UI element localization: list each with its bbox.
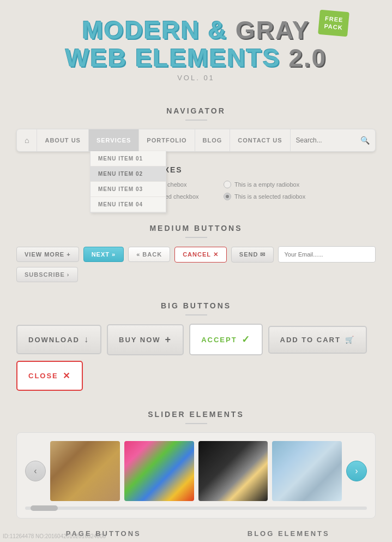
dropdown-item-3[interactable]: MENU ITEM 03 xyxy=(91,182,166,197)
view-more-button[interactable]: VIEW MORE + xyxy=(16,247,79,262)
nav-portfolio[interactable]: PORTFOLIO xyxy=(139,129,195,151)
email-input[interactable] xyxy=(278,246,376,263)
slider-thumb[interactable] xyxy=(31,505,58,511)
dropdown-item-4[interactable]: MENU ITEM 04 xyxy=(91,197,166,212)
send-button[interactable]: SEND ✉ xyxy=(231,247,274,263)
big-buttons-header: BIG BUTTONS xyxy=(16,301,376,310)
slider-prev-button[interactable]: ‹ xyxy=(25,461,46,481)
medium-buttons-header: MEDIUM BUTTONS xyxy=(16,224,376,233)
accept-button[interactable]: ACCEPT ✓ xyxy=(189,324,262,355)
title-web-elements: WEB ELEMENTS xyxy=(65,44,281,72)
download-label: DOWNLOAD xyxy=(28,336,80,344)
nav-search-container: 🔍 xyxy=(291,129,375,151)
empty-radio-input[interactable] xyxy=(224,181,231,188)
slider-track[interactable] xyxy=(25,507,367,510)
add-to-cart-label: ADD TO CART xyxy=(280,336,341,344)
accept-label: ACCEPT xyxy=(201,336,237,344)
title-modern: MODERN & xyxy=(82,16,227,44)
blog-elements-header: BLOG ELEMENTS xyxy=(202,529,376,538)
checkbox-section: CHECK BOXES This is a empty chebox This … xyxy=(0,160,392,213)
close-label: CLOSE xyxy=(28,372,58,380)
cart-icon: 🛒 xyxy=(345,336,355,344)
close-button[interactable]: CLOSE ✕ xyxy=(16,361,83,391)
slider-image-4 xyxy=(272,441,342,501)
slider-section: SLIDER ELEMENTS ‹ › xyxy=(0,399,392,527)
title-gray: GRAY xyxy=(236,16,310,44)
radio-selected: This is a selected radiobox xyxy=(224,193,322,200)
search-icon[interactable]: 🔍 xyxy=(360,136,370,145)
radio-empty: This is a empty radiobox xyxy=(224,181,322,188)
nav-bar: ⌂ ABOUT US SERVICES PORTFOLIO BLOG CONTA… xyxy=(16,129,376,152)
title-line2: WEB ELEMENTS 2.0 xyxy=(11,44,381,72)
navigator-section: NAVIGATOR ⌂ ABOUT US SERVICES PORTFOLIO … xyxy=(0,106,392,160)
add-to-cart-button[interactable]: ADD TO CART 🛒 xyxy=(268,326,367,354)
selected-radio-label: This is a selected radiobox xyxy=(234,193,305,200)
back-button[interactable]: « BACK xyxy=(128,247,170,262)
title-version: 2.0 xyxy=(288,44,327,72)
slider-image-1 xyxy=(50,441,120,501)
slider-image-3 xyxy=(198,441,268,501)
search-input[interactable] xyxy=(296,136,360,144)
watermark: ID:11264478 NO:20160420102016324000 xyxy=(3,533,106,539)
vol-text: VOL. 01 xyxy=(11,74,381,82)
subscribe-button[interactable]: SUBSCRIBE › xyxy=(16,267,78,282)
dropdown-item-2[interactable]: MENU ITEM 02 xyxy=(91,166,166,182)
title-area: FREE PACK MODERN & GRAY WEB ELEMENTS 2.0… xyxy=(0,0,392,98)
slider-image-2 xyxy=(124,441,194,501)
nav-home-button[interactable]: ⌂ xyxy=(17,129,37,151)
download-icon: ↓ xyxy=(84,335,89,344)
buy-now-button[interactable]: BUY NOW + xyxy=(107,324,184,355)
medium-buttons-row: VIEW MORE + NEXT » « BACK CANCEL ✕ SEND … xyxy=(16,246,376,282)
plus-icon: + xyxy=(165,334,172,346)
empty-radio-label: This is a empty radiobox xyxy=(234,181,299,188)
dropdown-item-1[interactable]: MENU ITEM 01 xyxy=(91,151,166,166)
navigator-header: NAVIGATOR xyxy=(16,106,376,115)
slider-container: ‹ › xyxy=(16,432,376,519)
next-button[interactable]: NEXT » xyxy=(83,247,124,262)
slider-divider xyxy=(185,423,207,424)
check-icon: ✓ xyxy=(242,333,251,346)
nav-dropdown: MENU ITEM 01 MENU ITEM 02 MENU ITEM 03 M… xyxy=(90,151,166,213)
buy-now-label: BUY NOW xyxy=(119,336,161,344)
big-buttons-divider xyxy=(185,314,207,315)
medium-buttons-section: MEDIUM BUTTONS VIEW MORE + NEXT » « BACK… xyxy=(0,213,392,290)
selected-radio-input[interactable] xyxy=(224,193,231,200)
navigator-divider xyxy=(185,120,207,121)
nav-contact[interactable]: CONTACT US xyxy=(230,129,290,151)
cancel-button[interactable]: CANCEL ✕ xyxy=(174,247,227,263)
nav-blog[interactable]: BLOG xyxy=(195,129,231,151)
slider-images-row: ‹ › xyxy=(25,441,367,501)
slider-next-button[interactable]: › xyxy=(346,461,367,481)
medium-buttons-divider xyxy=(185,237,207,238)
close-x-icon: ✕ xyxy=(63,371,71,381)
slider-header: SLIDER ELEMENTS xyxy=(16,410,376,419)
nav-services[interactable]: SERVICES xyxy=(89,129,139,151)
nav-about[interactable]: ABOUT US xyxy=(37,129,88,151)
download-button[interactable]: DOWNLOAD ↓ xyxy=(16,325,101,354)
blog-elements-column: BLOG ELEMENTS SEP 15 TH SEP 15 TH SEP ID… xyxy=(202,529,376,542)
big-buttons-row: DOWNLOAD ↓ BUY NOW + ACCEPT ✓ ADD TO CAR… xyxy=(16,324,376,391)
free-pack-badge: FREE PACK xyxy=(318,10,349,37)
big-buttons-section: BIG BUTTONS DOWNLOAD ↓ BUY NOW + ACCEPT … xyxy=(0,290,392,399)
